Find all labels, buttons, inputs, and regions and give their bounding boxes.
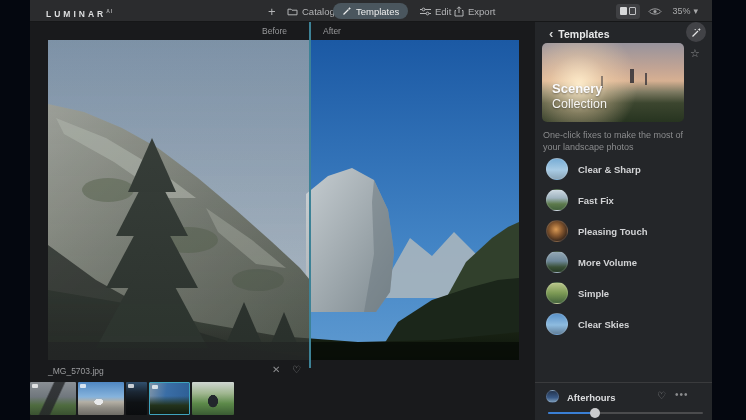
template-item-clear-sharp[interactable]: Clear & Sharp <box>546 158 696 180</box>
tab-templates[interactable]: Templates <box>333 3 408 19</box>
template-item-simple[interactable]: Simple <box>546 282 696 304</box>
active-template-thumb-icon <box>546 390 559 403</box>
edited-badge-icon <box>80 384 86 388</box>
compare-labels-strip: Before After <box>30 22 535 40</box>
active-template-bar: Afterhours ♡ ••• <box>535 382 712 420</box>
template-item-clear-skies[interactable]: Clear Skies <box>546 313 696 335</box>
template-item-fast-fix[interactable]: Fast Fix <box>546 189 696 211</box>
after-label: After <box>323 26 341 36</box>
template-label: Clear Skies <box>578 319 629 330</box>
template-thumb-icon <box>546 220 568 242</box>
close-icon[interactable]: ✕ <box>272 364 280 375</box>
compare-before-pane-icon <box>620 7 627 15</box>
skyline-silhouette <box>630 69 634 83</box>
template-label: Simple <box>578 288 609 299</box>
active-template-name: Afterhours <box>567 392 616 403</box>
screenshot-root: LUMINARAI + Catalog Templates Edit Expor… <box>0 0 746 420</box>
toolbar-right-group: 35% ▾ <box>616 0 712 22</box>
template-label: Pleasing Touch <box>578 226 648 237</box>
favorite-heart-icon[interactable]: ♡ <box>292 364 301 375</box>
sidebar-header-label: Templates <box>558 28 609 40</box>
add-button[interactable]: + <box>268 0 276 22</box>
template-thumb-icon <box>546 189 568 211</box>
catalog-label: Catalog <box>302 6 335 17</box>
before-label: Before <box>262 26 287 36</box>
eye-icon <box>648 7 662 16</box>
export-icon <box>454 6 464 17</box>
tab-export[interactable]: Export <box>454 0 495 22</box>
templates-rail-button[interactable] <box>686 22 706 42</box>
template-item-more-volume[interactable]: More Volume <box>546 251 696 273</box>
preview-eye-button[interactable] <box>648 7 662 16</box>
edited-badge-icon <box>128 384 134 388</box>
export-label: Export <box>468 6 495 17</box>
amount-slider-thumb[interactable] <box>590 408 600 418</box>
edit-label: Edit <box>435 6 451 17</box>
before-after-divider-handle[interactable] <box>309 22 311 368</box>
filename-label: _MG_5703.jpg <box>48 366 104 376</box>
template-item-pleasing-touch[interactable]: Pleasing Touch <box>546 220 696 242</box>
chevron-left-icon: ‹ <box>549 29 553 39</box>
filmstrip-thumb-yosemite-valley-selected[interactable] <box>149 382 190 415</box>
folder-icon <box>287 7 298 16</box>
template-thumb-icon <box>546 251 568 273</box>
template-label: More Volume <box>578 257 637 268</box>
top-toolbar: LUMINARAI + Catalog Templates Edit Expor… <box>30 0 712 22</box>
star-icon: ☆ <box>690 47 700 59</box>
compare-toggle-button[interactable] <box>616 4 640 19</box>
templates-label: Templates <box>356 6 399 17</box>
zoom-value: 35% <box>672 6 690 16</box>
tab-edit[interactable]: Edit <box>420 0 451 22</box>
app-logo: LUMINARAI <box>46 0 113 22</box>
magic-wand-icon <box>691 27 702 38</box>
scenery-collection-card[interactable]: Scenery Collection <box>542 43 684 122</box>
filmstrip-thumb-van-on-road[interactable] <box>78 382 124 415</box>
collection-description: One-click fixes to make the most of your… <box>543 129 685 153</box>
collection-subtitle: Collection <box>552 97 607 111</box>
edited-badge-icon <box>152 385 158 389</box>
filmstrip-thumb-motorbike-dark[interactable] <box>126 382 147 415</box>
photo-illustration <box>48 40 519 360</box>
caret-down-icon: ▾ <box>693 6 698 16</box>
sidebar-back-header[interactable]: ‹ Templates <box>549 28 610 40</box>
compare-after-pane-icon <box>629 7 636 15</box>
more-options-icon[interactable]: ••• <box>675 389 689 400</box>
template-thumb-icon <box>546 313 568 335</box>
magic-wand-icon <box>342 6 352 16</box>
collection-title: Scenery <box>552 81 603 96</box>
template-label: Fast Fix <box>578 195 614 206</box>
favorite-heart-icon[interactable]: ♡ <box>657 390 666 401</box>
amount-slider[interactable] <box>548 408 703 418</box>
filmstrip-thumb-storm-field[interactable] <box>30 382 76 415</box>
edited-badge-icon <box>32 384 38 388</box>
template-thumb-icon <box>546 282 568 304</box>
template-label: Clear & Sharp <box>578 164 641 175</box>
tab-catalog[interactable]: Catalog <box>287 0 335 22</box>
amount-slider-fill <box>548 412 595 414</box>
filmstrip-thumb-hiker-selfie[interactable] <box>192 382 234 415</box>
app-window: LUMINARAI + Catalog Templates Edit Expor… <box>30 0 712 420</box>
sliders-icon <box>420 7 431 16</box>
filmstrip <box>30 381 234 416</box>
file-info-row: _MG_5703.jpg ✕ ♡ <box>30 362 535 380</box>
editor-canvas: Before After <box>30 22 535 420</box>
plus-icon: + <box>268 4 276 19</box>
template-list: Clear & Sharp Fast Fix Pleasing Touch Mo… <box>546 158 696 344</box>
template-thumb-icon <box>546 158 568 180</box>
templates-sidebar: ‹ Templates ☆ Scenery Collection One-cli… <box>535 22 712 420</box>
zoom-level-dropdown[interactable]: 35% ▾ <box>672 6 698 16</box>
favorites-rail-button[interactable]: ☆ <box>690 47 700 60</box>
photo-yosemite-valley <box>48 40 519 360</box>
